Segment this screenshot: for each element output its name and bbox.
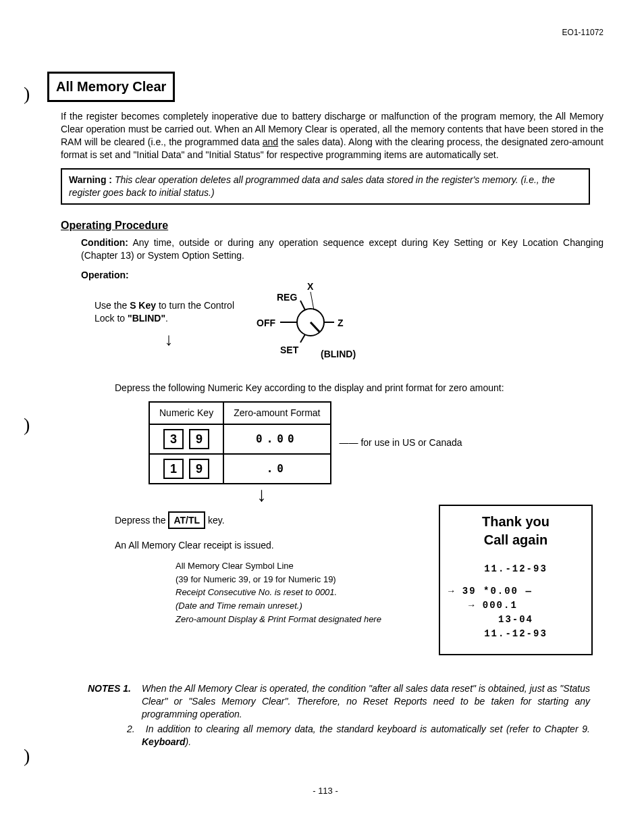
step-1-instruction: Use the S Key to turn the Control Lock t… [95, 299, 243, 351]
svg-line-4 [300, 301, 305, 310]
fmt-000: 0.00 [256, 432, 298, 445]
depress-intro: Depress the following Numeric Key accord… [115, 382, 603, 395]
svg-line-6 [300, 334, 305, 343]
key-9b: 9 [189, 459, 209, 479]
binding-paren-1: ) [24, 81, 30, 107]
table-row-note: —— for use in US or Canada [340, 436, 462, 449]
binding-paren-2: ) [24, 412, 30, 438]
note-2: 2. In addition to clearing all memory da… [142, 723, 590, 749]
operating-procedure-heading: Operating Procedure [61, 218, 603, 233]
condition-line: Condition: Any time, outside or during a… [81, 236, 603, 262]
sample-receipt: Thank you Call again 11.-12-93 → 39 *0.0… [439, 505, 593, 655]
svg-line-1 [311, 322, 319, 332]
document-id: EO1-11072 [47, 27, 603, 38]
table-row: 3 9 0.00 [149, 424, 331, 454]
key-9: 9 [189, 429, 209, 449]
key-3: 3 [163, 429, 184, 449]
down-arrow-icon: ↓ [257, 484, 603, 505]
receipt-date2: 11.-12-93 [448, 628, 583, 640]
attl-key: AT/TL [168, 511, 205, 530]
receipt-callagain: Call again [448, 531, 583, 549]
warning-box: Warning : This clear operation deletes a… [61, 168, 590, 205]
th-zero-format: Zero-amount Format [223, 402, 330, 424]
th-numeric-key: Numeric Key [149, 402, 223, 424]
operation-label: Operation: [81, 269, 603, 282]
receipt-amount: → 39 *0.00 — [448, 585, 583, 598]
table-row: 1 9 .0 [149, 454, 331, 484]
condition-text: Any time, outside or during any operatio… [81, 237, 603, 261]
down-arrow-icon: ↓ [95, 328, 243, 351]
dial-svg [243, 282, 378, 363]
fmt-0: .0 [267, 462, 288, 475]
notes-label: NOTES [88, 683, 120, 694]
receipt-date: 11.-12-93 [448, 563, 583, 576]
note-1: When the All Memory Clear is operated, t… [142, 682, 590, 721]
section-title: All Memory Clear [47, 72, 175, 102]
key-1: 1 [163, 459, 184, 479]
warning-label: Warning : [69, 174, 112, 185]
receipt-cons: → 000.1 [448, 599, 583, 612]
binding-paren-3: ) [24, 743, 30, 769]
warning-text: This clear operation deletes all program… [69, 174, 555, 198]
intro-paragraph: If the register becomes completely inope… [61, 110, 603, 161]
numeric-key-table: Numeric Key Zero-amount Format 3 9 0.00 … [149, 401, 331, 484]
condition-label: Condition: [81, 237, 128, 248]
receipt-time: 13-04 [448, 613, 583, 626]
page-number: - 113 - [47, 785, 603, 797]
receipt-annotations: All Memory Clear Symbol Line (39 for Num… [176, 559, 412, 655]
receipt-thankyou: Thank you [448, 513, 583, 531]
notes-section: NOTES 1. When the All Memory Clear is op… [88, 682, 590, 751]
svg-line-5 [311, 292, 314, 310]
control-lock-dial: X REG OFF Z SET (BLIND) [243, 282, 378, 370]
